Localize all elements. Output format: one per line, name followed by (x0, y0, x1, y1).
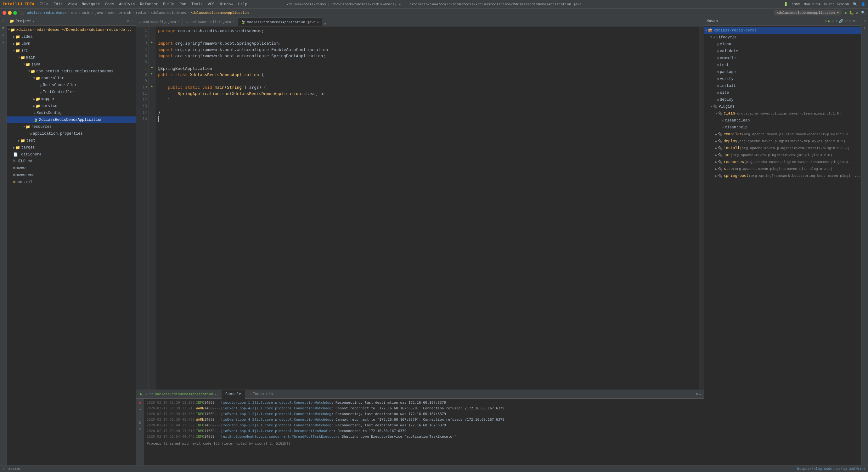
scroll-end-button[interactable]: ⬇ (137, 413, 143, 419)
tab-close-2[interactable]: ✕ (232, 20, 234, 24)
maven-verify[interactable]: ⚙ verify (704, 75, 861, 83)
search-icon[interactable]: 🔍 (853, 2, 857, 6)
left-strip-icon-2[interactable]: ⊞ (1, 25, 6, 31)
rerun-button[interactable]: ↺ (137, 407, 143, 412)
maven-lifecycle[interactable]: ▼ ⚡ Lifecycle (704, 34, 861, 41)
tree-gitignore[interactable]: 📄 .gitignore (7, 151, 136, 158)
tree-idea[interactable]: ▶ 📁 .idea (7, 33, 136, 40)
breadcrumb-item-0[interactable]: ⬛ (20, 11, 25, 15)
tab-close-3[interactable]: ✕ (317, 21, 319, 24)
breadcrumb-item-java[interactable]: java (95, 11, 103, 15)
tab-redis-controller[interactable]: ☕ RedisController.java ✕ (183, 18, 238, 26)
maven-expand-icon[interactable]: ⤢ (845, 19, 848, 24)
settings-icon[interactable]: ⚙ (696, 392, 698, 396)
traffic-light-green[interactable] (13, 11, 17, 15)
left-strip-icon-3[interactable]: ⇄ (1, 32, 6, 38)
panel-settings-icon[interactable]: ⚙ (127, 19, 129, 23)
tree-target[interactable]: ▶ 📁 target (7, 144, 136, 151)
more-actions[interactable]: ⚙ (856, 11, 858, 15)
settings-button[interactable]: ⚙ (137, 427, 143, 432)
toolbar-search[interactable]: 🔍 (861, 11, 866, 15)
breadcrumb-item-pkg[interactable]: xdclassredisdemos (151, 11, 186, 15)
tree-pom[interactable]: m pom.xml (7, 179, 136, 186)
maven-clean[interactable]: ⚙ clean (704, 41, 861, 48)
menu-tools[interactable]: Tools (191, 2, 203, 7)
menu-navigate[interactable]: Navigate (82, 2, 100, 7)
editor-scrollbar[interactable] (699, 26, 704, 389)
maven-plugin-clean[interactable]: ▼ 🔌 clean (org.apache.maven.plugins:mave… (704, 110, 861, 117)
breadcrumb-item-redis[interactable]: redis (136, 11, 146, 15)
breadcrumb-item-main[interactable]: main (82, 11, 90, 15)
maven-collapse-icon[interactable]: ≡ (849, 19, 851, 24)
profile-icon[interactable]: 👤 (861, 2, 866, 6)
tab-main-app[interactable]: 🍃 XdclassRedisDemosApplication.java ✕ (238, 18, 322, 26)
menu-view[interactable]: View (68, 2, 77, 7)
tree-redis-controller[interactable]: ☕ RedisController (7, 82, 136, 89)
code-content[interactable]: package com.ornish.redis.xdclassredisdem… (155, 26, 699, 389)
breadcrumb-item-root[interactable]: xdclass-redis-demos (27, 11, 66, 15)
tab-redis-config[interactable]: ☕ RedisConfig.java ✕ (136, 18, 183, 26)
maven-compile[interactable]: ⚙ compile (704, 55, 861, 62)
breadcrumb-item-src[interactable]: src (71, 11, 78, 15)
menu-help[interactable]: Help (238, 2, 247, 7)
tree-mvn[interactable]: ▶ 📁 .mvn (7, 40, 136, 47)
maven-root[interactable]: ▼ 📦 xdclass-redis-demos (704, 27, 861, 34)
breadcrumb-item-class[interactable]: XdclassRedisDemosApplication (191, 11, 249, 15)
tree-java[interactable]: ▼ 📁 java (7, 61, 136, 68)
left-strip-icon-1[interactable]: P (1, 18, 6, 24)
maven-test[interactable]: ⚙ test (704, 62, 861, 69)
panel-collapse-icon[interactable]: – (131, 19, 133, 23)
breadcrumb-item-ornish[interactable]: ornish (119, 11, 131, 15)
tree-main[interactable]: ▼ 📁 main (7, 54, 136, 61)
maven-validate[interactable]: ⚙ validate (704, 48, 861, 55)
tree-app-props[interactable]: ⚙ application.properties (7, 130, 136, 137)
tree-redis-config[interactable]: ☕ RedisConfig (7, 109, 136, 117)
tree-main-application[interactable]: 🍃 XdclassRedisDemosApplication (7, 117, 136, 123)
maven-site[interactable]: ⚙ site (704, 89, 861, 96)
tree-mapper[interactable]: ▶ 📁 mapper (7, 96, 136, 102)
tree-helpmd[interactable]: M HELP.md (7, 158, 136, 165)
menu-file[interactable]: File (39, 2, 49, 7)
maven-download-icon[interactable]: ⬇ (832, 19, 834, 24)
run-config-selector[interactable]: XdclassRedisDemosApplication ▾ (774, 10, 842, 15)
tree-test[interactable]: ▶ 📁 test (7, 137, 136, 144)
tab-close-1[interactable]: ✕ (178, 20, 179, 24)
maven-plugin-jar[interactable]: ▶ 🔌 jar (org.apache.maven.plugins:maven-… (704, 152, 861, 159)
tree-mvnw-cmd[interactable]: m mvnw.cmd (7, 172, 136, 179)
tab-more-button[interactable]: ≡ (322, 22, 328, 26)
tree-mvnw[interactable]: m mvnw (7, 165, 136, 172)
tree-resources[interactable]: ▼ 📁 resources (7, 123, 136, 130)
menu-refactor[interactable]: Refactor (140, 2, 158, 7)
menu-analyze[interactable]: Analyze (119, 2, 135, 7)
tree-pkg[interactable]: ▼ 📁 com.ornish.redis.xdclassredisdemos (7, 68, 136, 75)
run-button[interactable]: ▶ (845, 10, 847, 15)
maven-install[interactable]: ⚙ install (704, 83, 861, 89)
maven-plugin-spring-boot[interactable]: ▶ 🔌 spring-boot (org.springframework.boo… (704, 172, 861, 179)
maven-link-icon[interactable]: 🔗 (839, 19, 843, 24)
right-strip-icon-1[interactable]: N (862, 18, 868, 24)
minimize-icon[interactable]: – (699, 392, 701, 396)
tree-controller[interactable]: ▼ 📁 controller (7, 75, 136, 82)
left-strip-icon-4[interactable]: ☁ (1, 39, 6, 45)
stop-button[interactable]: ■ (137, 400, 143, 406)
maven-settings-icon[interactable]: ⚙ (853, 19, 855, 24)
maven-plus-icon[interactable]: + (835, 19, 837, 24)
maven-clean-clean[interactable]: ⚡ clean:clean (704, 117, 861, 124)
tree-service[interactable]: ▶ 📁 service (7, 102, 136, 109)
right-strip-icon-2[interactable]: B (862, 25, 868, 31)
maven-deploy[interactable]: ⚙ deploy (704, 96, 861, 103)
bottom-tab-endpoints[interactable]: ⚡ Endpoints (245, 390, 277, 399)
run-play-button[interactable]: ▶ (138, 391, 144, 397)
traffic-light-red[interactable] (2, 11, 6, 15)
maven-clean-help[interactable]: ⚡ clean:help (704, 124, 861, 131)
maven-minimize-icon[interactable]: – (856, 19, 859, 24)
clear-button[interactable]: 🗑 (137, 420, 143, 426)
maven-plugin-site[interactable]: ▶ 🔌 site (org.apache.maven.plugins:maven… (704, 165, 861, 172)
debug-button[interactable]: 🐛 (849, 10, 854, 15)
menu-code[interactable]: Code (105, 2, 114, 7)
maven-plugin-compiler[interactable]: ▶ 🔌 compiler (org.apache.maven.plugins:m… (704, 131, 861, 138)
menu-window[interactable]: Window (220, 2, 233, 7)
tree-src[interactable]: ▼ 📁 src (7, 47, 136, 54)
maven-package[interactable]: ⚙ package (704, 69, 861, 75)
breadcrumb-item-com[interactable]: com (107, 11, 114, 15)
